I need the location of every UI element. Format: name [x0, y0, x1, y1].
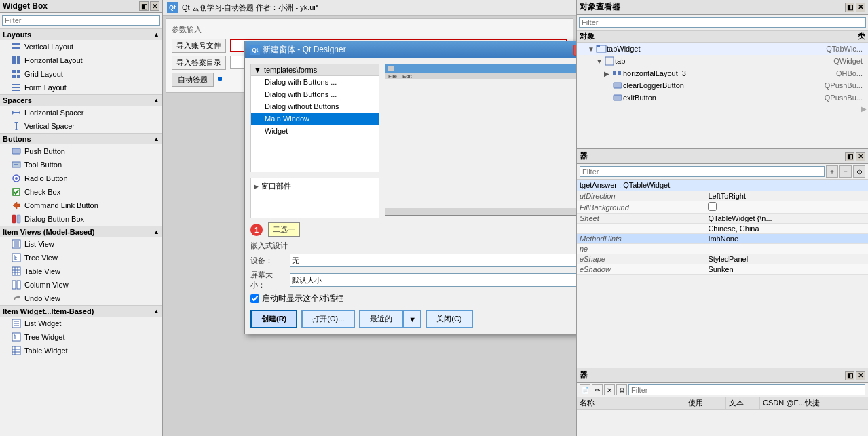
dialog-close-btn[interactable]: ✕ [573, 45, 576, 56]
prop-row-methodhints[interactable]: MethodHints ImhNone [577, 234, 868, 244]
prop-row-eshadow[interactable]: eShadow Sunken [577, 264, 868, 275]
tabwidget-icon [596, 43, 607, 54]
widget-item-dialog-button-box[interactable]: Dialog Button Box [0, 212, 162, 226]
obj-inspector-close-btn[interactable]: ✕ [856, 3, 865, 12]
widget-item-vertical-layout[interactable]: Vertical Layout [0, 40, 162, 54]
tree-item-dialog-no-btns[interactable]: Dialog without Buttons [251, 100, 379, 113]
tree-item-main-window[interactable]: Main Window [251, 113, 379, 125]
input-answer-btn[interactable]: 导入答案目录 [172, 56, 226, 70]
prop-panel-float-btn[interactable]: ◧ [845, 152, 854, 161]
dialog-badge: 1 [250, 224, 263, 236]
widget-item-check-box[interactable]: Check Box [0, 185, 162, 199]
action-edit-icon[interactable]: ✏ [592, 384, 603, 395]
widget-item-h-spacer[interactable]: Horizontal Spacer [0, 106, 162, 119]
device-combo[interactable]: 无 ▼ [290, 254, 576, 267]
recent-dropdown-button[interactable]: ▼ [403, 310, 421, 328]
prop-val-locale[interactable]: Chinese, China [705, 224, 868, 234]
tab-expander[interactable]: ▼ [596, 58, 604, 65]
prop-filter-input[interactable] [580, 166, 825, 177]
section-item-widget[interactable]: Item Widget...Item-Based) ▲ [0, 305, 162, 317]
widget-item-push-button[interactable]: Push Button [0, 144, 162, 158]
auto-answer-btn[interactable]: 自动答题 [172, 73, 214, 87]
tree-row-clearlogger[interactable]: clearLoggerButton QPushBu... [577, 79, 868, 92]
prop-val-eshadow[interactable]: Sunken [705, 264, 868, 275]
obj-inspector-filter[interactable] [579, 17, 866, 28]
widget-item-command-link-button[interactable]: Command Link Button [0, 199, 162, 212]
widget-item-list-view[interactable]: List View [0, 237, 162, 251]
widget-item-list-widget[interactable]: List Widget [0, 317, 162, 330]
prop-val-methodhints[interactable]: ImhNone [705, 234, 868, 244]
obj-inspector-float-btn[interactable]: ◧ [845, 3, 854, 12]
action-delete-icon[interactable]: ✕ [604, 384, 615, 395]
tree-item-dialog-btns2[interactable]: Dialog with Buttons ... [251, 88, 379, 100]
prop-row-eshape[interactable]: eShape StyledPanel [577, 254, 868, 264]
widget-item-column-view[interactable]: Column View [0, 278, 162, 292]
prop-filter-add-btn[interactable]: ＋ [826, 165, 838, 178]
command-link-button-icon [11, 200, 22, 211]
section-spacers[interactable]: Spacers ▲ [0, 94, 162, 106]
widget-item-tree-view[interactable]: Tree View [0, 251, 162, 264]
prop-val-ne[interactable] [705, 244, 868, 254]
widget-item-form-layout[interactable]: Form Layout [0, 81, 162, 94]
action-new-icon[interactable]: 📄 [580, 384, 590, 395]
widget-item-radio-button[interactable]: Radio Button [0, 172, 162, 185]
tree-item-widget[interactable]: Widget [251, 125, 379, 137]
tabwidget-expander[interactable]: ▼ [588, 45, 596, 53]
screen-combo[interactable]: 默认大小 ▼ [290, 273, 576, 287]
hlayout3-expander[interactable]: ▶ [604, 70, 612, 77]
prop-panel-close-btn[interactable]: ✕ [856, 152, 865, 161]
widget-item-tool-button[interactable]: Tool Button [0, 158, 162, 172]
close-button[interactable]: 关闭(C) [426, 310, 472, 328]
tree-item-dialog-btns1[interactable]: Dialog with Buttons ... [251, 76, 379, 88]
tree-row-hlayout3[interactable]: ▶ horizontalLayout_3 QHBo... [577, 67, 868, 79]
prop-row-sheet[interactable]: Sheet QTableWidget {\n... [577, 214, 868, 224]
create-button[interactable]: 创建(R) [250, 310, 297, 328]
prop-row-ne[interactable]: ne [577, 244, 868, 254]
svg-marker-13 [18, 111, 20, 115]
action-float-btn[interactable]: ◧ [845, 371, 854, 380]
prop-val-sheet[interactable]: QTableWidget {\n... [705, 214, 868, 224]
obj-col1-header: 对象 [580, 31, 784, 41]
tree-row-exitbtn[interactable]: exitButton QPushBu... [577, 92, 868, 104]
widget-item-table-view[interactable]: Table View [0, 264, 162, 278]
action-filter-input[interactable] [628, 384, 865, 395]
widget-item-horizontal-layout[interactable]: Horizontal Layout [0, 54, 162, 67]
open-button[interactable]: 打开(O)... [301, 310, 355, 328]
tree-section-label: templates\forms [264, 66, 317, 74]
tabwidget-class: QTabWic... [826, 45, 865, 53]
action-close-btn[interactable]: ✕ [856, 371, 865, 380]
choice-tooltip: 二选一 [268, 222, 300, 237]
tree-row-tabwidget[interactable]: ▼ tabWidget QTabWic... [577, 43, 868, 55]
recent-button[interactable]: 最近的 [359, 310, 403, 328]
preview-title [385, 64, 576, 73]
widget-item-undo-view[interactable]: Undo View [0, 292, 162, 305]
undo-view-icon [11, 293, 22, 304]
prop-row-fillbg[interactable]: FillBackground [577, 201, 868, 214]
section-layouts[interactable]: Layouts ▲ [0, 28, 162, 40]
prop-filter-configure-btn[interactable]: ⚙ [853, 165, 865, 178]
widget-item-v-spacer[interactable]: Vertical Spacer [0, 119, 162, 133]
tree-row-tab[interactable]: ▼ tab QWidget [577, 55, 868, 67]
prop-val-fillbg[interactable] [705, 201, 868, 214]
input-account-btn[interactable]: 导入账号文件 [172, 39, 226, 53]
widget-box-close-btn[interactable]: ✕ [150, 1, 159, 11]
prop-filter-remove-btn[interactable]: － [839, 165, 852, 178]
prop-row-locale[interactable]: Chinese, China [577, 224, 868, 234]
section-item-views[interactable]: Item Views (Model-Based) ▲ [0, 226, 162, 237]
widget-item-table-widget[interactable]: Table Widget [0, 344, 162, 357]
preview-menu: File Edit [385, 73, 576, 79]
horizontal-layout-label: Horizontal Layout [24, 56, 83, 64]
prop-val-eshape[interactable]: StyledPanel [705, 254, 868, 264]
widget-item-grid-layout[interactable]: Grid Layout [0, 67, 162, 81]
startup-checkbox-label: 启动时显示这个对话框 [262, 293, 343, 304]
fillbg-checkbox[interactable] [708, 202, 717, 211]
widget-box-filter-input[interactable] [2, 15, 160, 26]
prop-val-utdirection[interactable]: LeftToRight [705, 191, 868, 201]
prop-row-utdirection[interactable]: utDirection LeftToRight [577, 191, 868, 201]
widget-box-float-btn[interactable]: ◧ [139, 1, 149, 11]
action-configure-icon[interactable]: ⚙ [616, 384, 627, 395]
startup-checkbox[interactable] [250, 294, 259, 303]
widget-item-tree-widget[interactable]: Tree Widget [0, 330, 162, 344]
svg-marker-12 [12, 111, 14, 115]
section-buttons[interactable]: Buttons ▲ [0, 133, 162, 144]
